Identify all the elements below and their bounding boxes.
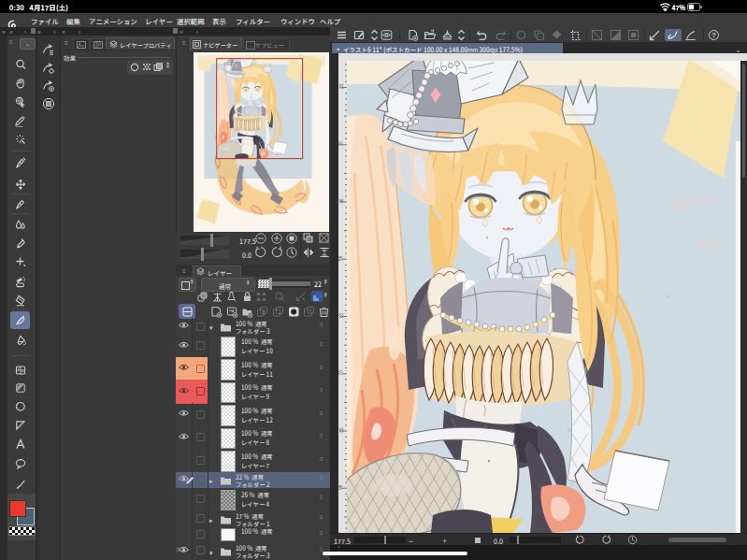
svg-text:30: 30 — [339, 141, 344, 147]
svg-text:90: 90 — [339, 484, 344, 490]
svg-text:50: 50 — [339, 255, 344, 261]
svg-text:80: 80 — [339, 427, 344, 433]
svg-text:20: 20 — [339, 84, 344, 90]
svg-text:40: 40 — [339, 198, 344, 204]
svg-text:60: 60 — [339, 313, 344, 319]
svg-text:70: 70 — [339, 370, 344, 376]
svg-text:?: ? — [711, 31, 716, 39]
